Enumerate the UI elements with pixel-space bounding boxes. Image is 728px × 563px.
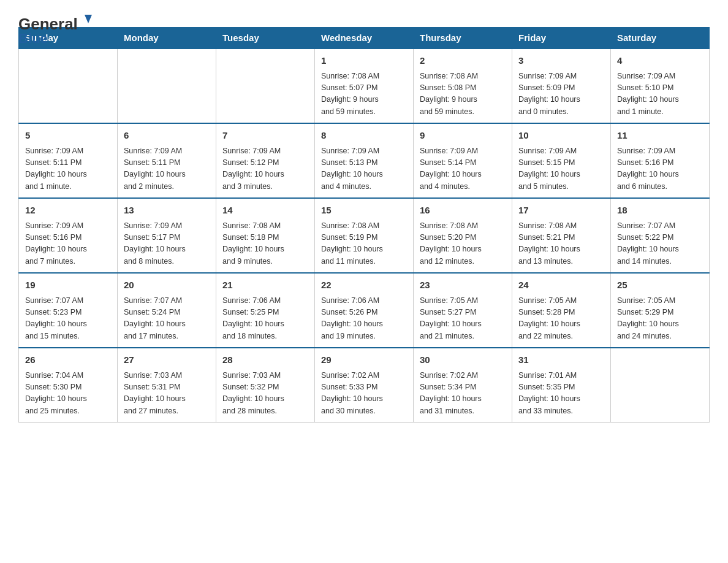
generalblue-logo: General Blue (18, 12, 98, 46)
day-info: Sunrise: 7:08 AMSunset: 5:07 PMDaylight:… (321, 71, 407, 118)
day-number: 20 (124, 278, 210, 293)
calendar-cell: 20Sunrise: 7:07 AMSunset: 5:24 PMDayligh… (118, 273, 216, 348)
calendar-cell: 27Sunrise: 7:03 AMSunset: 5:31 PMDayligh… (118, 348, 216, 423)
day-info: Sunrise: 7:03 AMSunset: 5:32 PMDaylight:… (222, 370, 308, 418)
day-info: Sunrise: 7:09 AMSunset: 5:17 PMDaylight:… (124, 220, 210, 268)
day-number: 15 (321, 204, 407, 218)
calendar-header-wednesday: Wednesday (315, 28, 414, 49)
calendar-cell: 12Sunrise: 7:09 AMSunset: 5:16 PMDayligh… (19, 198, 118, 273)
calendar-header-monday: Monday (118, 28, 216, 49)
calendar-week-row: 19Sunrise: 7:07 AMSunset: 5:23 PMDayligh… (19, 273, 710, 348)
day-number: 16 (420, 204, 506, 218)
day-number: 27 (124, 353, 210, 367)
day-number: 10 (518, 129, 604, 143)
calendar-cell (216, 48, 315, 123)
calendar-header-friday: Friday (512, 28, 611, 49)
calendar-cell: 13Sunrise: 7:09 AMSunset: 5:17 PMDayligh… (118, 198, 216, 273)
day-number: 31 (518, 353, 604, 367)
day-info: Sunrise: 7:09 AMSunset: 5:10 PMDaylight:… (617, 71, 703, 118)
day-number: 25 (617, 278, 703, 293)
calendar-cell: 5Sunrise: 7:09 AMSunset: 5:11 PMDaylight… (19, 123, 118, 198)
calendar-week-row: 5Sunrise: 7:09 AMSunset: 5:11 PMDaylight… (19, 123, 710, 198)
calendar-cell: 19Sunrise: 7:07 AMSunset: 5:23 PMDayligh… (19, 273, 118, 348)
page-header: General Blue (18, 12, 710, 15)
day-info: Sunrise: 7:08 AMSunset: 5:18 PMDaylight:… (222, 220, 308, 268)
day-number: 30 (420, 353, 506, 367)
day-info: Sunrise: 7:08 AMSunset: 5:21 PMDaylight:… (518, 220, 604, 268)
calendar-cell: 7Sunrise: 7:09 AMSunset: 5:12 PMDaylight… (216, 123, 315, 198)
calendar-cell: 9Sunrise: 7:09 AMSunset: 5:14 PMDaylight… (414, 123, 512, 198)
day-number: 8 (321, 129, 407, 143)
day-info: Sunrise: 7:06 AMSunset: 5:26 PMDaylight:… (321, 295, 407, 343)
day-info: Sunrise: 7:08 AMSunset: 5:20 PMDaylight:… (420, 220, 506, 268)
day-info: Sunrise: 7:06 AMSunset: 5:25 PMDaylight:… (222, 295, 308, 343)
day-info: Sunrise: 7:09 AMSunset: 5:13 PMDaylight:… (321, 145, 407, 193)
day-info: Sunrise: 7:07 AMSunset: 5:22 PMDaylight:… (617, 220, 703, 268)
day-number: 18 (617, 204, 703, 218)
day-info: Sunrise: 7:08 AMSunset: 5:19 PMDaylight:… (321, 220, 407, 268)
day-info: Sunrise: 7:09 AMSunset: 5:11 PMDaylight:… (25, 145, 111, 193)
calendar-cell: 15Sunrise: 7:08 AMSunset: 5:19 PMDayligh… (315, 198, 414, 273)
calendar-cell: 3Sunrise: 7:09 AMSunset: 5:09 PMDaylight… (512, 48, 611, 123)
calendar-cell: 26Sunrise: 7:04 AMSunset: 5:30 PMDayligh… (19, 348, 118, 423)
calendar-header-row: SundayMondayTuesdayWednesdayThursdayFrid… (19, 28, 710, 49)
calendar-cell: 29Sunrise: 7:02 AMSunset: 5:33 PMDayligh… (315, 348, 414, 423)
day-number: 21 (222, 278, 308, 293)
calendar-week-row: 12Sunrise: 7:09 AMSunset: 5:16 PMDayligh… (19, 198, 710, 273)
day-number: 7 (222, 129, 308, 143)
svg-marker-4 (85, 15, 92, 23)
day-info: Sunrise: 7:01 AMSunset: 5:35 PMDaylight:… (518, 370, 604, 418)
calendar-cell: 30Sunrise: 7:02 AMSunset: 5:34 PMDayligh… (414, 348, 512, 423)
calendar-cell: 21Sunrise: 7:06 AMSunset: 5:25 PMDayligh… (216, 273, 315, 348)
day-info: Sunrise: 7:02 AMSunset: 5:34 PMDaylight:… (420, 370, 506, 418)
calendar-week-row: 26Sunrise: 7:04 AMSunset: 5:30 PMDayligh… (19, 348, 710, 423)
calendar-cell: 18Sunrise: 7:07 AMSunset: 5:22 PMDayligh… (611, 198, 710, 273)
calendar-week-row: 1Sunrise: 7:08 AMSunset: 5:07 PMDaylight… (19, 48, 710, 123)
day-info: Sunrise: 7:05 AMSunset: 5:29 PMDaylight:… (617, 295, 703, 343)
calendar-cell: 14Sunrise: 7:08 AMSunset: 5:18 PMDayligh… (216, 198, 315, 273)
day-number: 13 (124, 204, 210, 218)
calendar-cell: 24Sunrise: 7:05 AMSunset: 5:28 PMDayligh… (512, 273, 611, 348)
day-info: Sunrise: 7:09 AMSunset: 5:15 PMDaylight:… (518, 145, 604, 193)
day-number: 2 (420, 54, 506, 68)
day-number: 3 (518, 54, 604, 68)
day-info: Sunrise: 7:07 AMSunset: 5:24 PMDaylight:… (124, 295, 210, 343)
calendar-cell (118, 48, 216, 123)
calendar-cell: 4Sunrise: 7:09 AMSunset: 5:10 PMDaylight… (611, 48, 710, 123)
day-number: 6 (124, 129, 210, 143)
calendar-table: SundayMondayTuesdayWednesdayThursdayFrid… (18, 27, 710, 423)
day-number: 23 (420, 278, 506, 293)
day-info: Sunrise: 7:07 AMSunset: 5:23 PMDaylight:… (25, 295, 111, 343)
day-info: Sunrise: 7:03 AMSunset: 5:31 PMDaylight:… (124, 370, 210, 418)
logo-container: General Blue (18, 12, 98, 46)
calendar-cell: 1Sunrise: 7:08 AMSunset: 5:07 PMDaylight… (315, 48, 414, 123)
day-number: 14 (222, 204, 308, 218)
day-number: 22 (321, 278, 407, 293)
calendar-cell: 31Sunrise: 7:01 AMSunset: 5:35 PMDayligh… (512, 348, 611, 423)
calendar-cell: 2Sunrise: 7:08 AMSunset: 5:08 PMDaylight… (414, 48, 512, 123)
calendar-cell: 25Sunrise: 7:05 AMSunset: 5:29 PMDayligh… (611, 273, 710, 348)
calendar-cell: 22Sunrise: 7:06 AMSunset: 5:26 PMDayligh… (315, 273, 414, 348)
day-info: Sunrise: 7:09 AMSunset: 5:16 PMDaylight:… (617, 145, 703, 193)
day-number: 19 (25, 278, 111, 293)
day-number: 4 (617, 54, 703, 68)
calendar-header-tuesday: Tuesday (216, 28, 315, 49)
day-info: Sunrise: 7:09 AMSunset: 5:16 PMDaylight:… (25, 220, 111, 268)
day-number: 24 (518, 278, 604, 293)
day-info: Sunrise: 7:09 AMSunset: 5:11 PMDaylight:… (124, 145, 210, 193)
day-info: Sunrise: 7:04 AMSunset: 5:30 PMDaylight:… (25, 370, 111, 418)
day-info: Sunrise: 7:09 AMSunset: 5:12 PMDaylight:… (222, 145, 308, 193)
day-info: Sunrise: 7:08 AMSunset: 5:08 PMDaylight:… (420, 71, 506, 118)
day-number: 9 (420, 129, 506, 143)
calendar-cell: 16Sunrise: 7:08 AMSunset: 5:20 PMDayligh… (414, 198, 512, 273)
calendar-cell: 23Sunrise: 7:05 AMSunset: 5:27 PMDayligh… (414, 273, 512, 348)
calendar-cell: 8Sunrise: 7:09 AMSunset: 5:13 PMDaylight… (315, 123, 414, 198)
calendar-cell (611, 348, 710, 423)
calendar-cell: 10Sunrise: 7:09 AMSunset: 5:15 PMDayligh… (512, 123, 611, 198)
day-number: 12 (25, 204, 111, 218)
day-number: 17 (518, 204, 604, 218)
day-number: 11 (617, 129, 703, 143)
day-number: 29 (321, 353, 407, 367)
day-info: Sunrise: 7:05 AMSunset: 5:28 PMDaylight:… (518, 295, 604, 343)
day-number: 1 (321, 54, 407, 68)
